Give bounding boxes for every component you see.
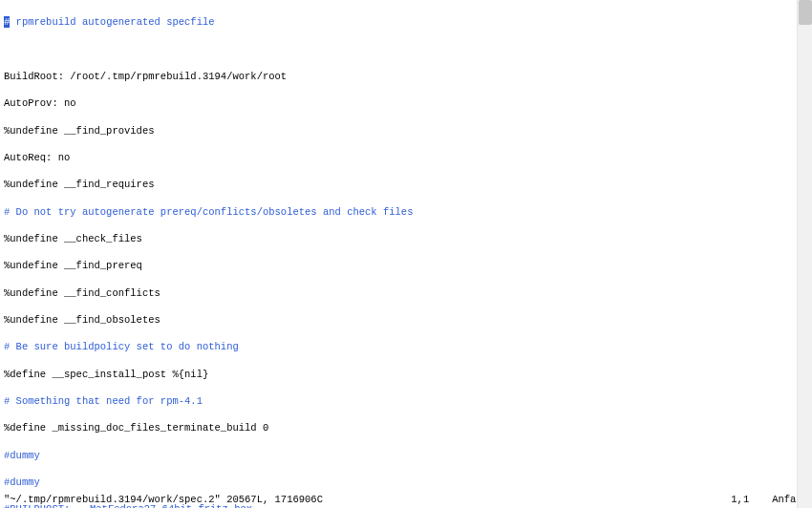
status-cursor-position: 1,1 [731,493,749,506]
code-line: AutoProv: no [4,96,808,110]
code-line: %undefine __find_requires [4,178,808,191]
status-bar: "~/.tmp/rpmrebuild.3194/work/spec.2" 205… [4,493,808,506]
vertical-scrollbar[interactable] [797,0,812,508]
code-line: %undefine __find_conflicts [4,286,808,300]
code-line-comment: # Something that need for rpm-4.1 [4,394,808,408]
blank-line [4,43,808,56]
code-line-comment: # Be sure buildpolicy set to do nothing [4,340,808,353]
code-line: %undefine __find_prereq [4,259,808,272]
code-line: # rpmrebuild autogenerated specfile [4,15,808,29]
code-line: %undefine __find_obsoletes [4,313,808,327]
code-line-comment: #dummy [4,449,808,462]
code-line: %undefine __find_provides [4,124,808,138]
code-line: AutoReq: no [4,151,808,164]
code-line: %undefine __check_files [4,232,808,245]
status-filename: "~/.tmp/rpmrebuild.3194/work/spec.2" 205… [4,493,323,506]
editor-viewport[interactable]: # rpmrebuild autogenerated specfile Buil… [0,0,812,508]
code-line: BuildRoot: /root/.tmp/rpmrebuild.3194/wo… [4,70,808,83]
scrollbar-thumb[interactable] [799,0,812,25]
code-line: %define __spec_install_post %{nil} [4,368,808,381]
code-line-comment: # Do not try autogenerate prereq/conflic… [4,205,808,219]
code-line: %define _missing_doc_files_terminate_bui… [4,421,808,434]
code-line-comment: #dummy [4,476,808,489]
